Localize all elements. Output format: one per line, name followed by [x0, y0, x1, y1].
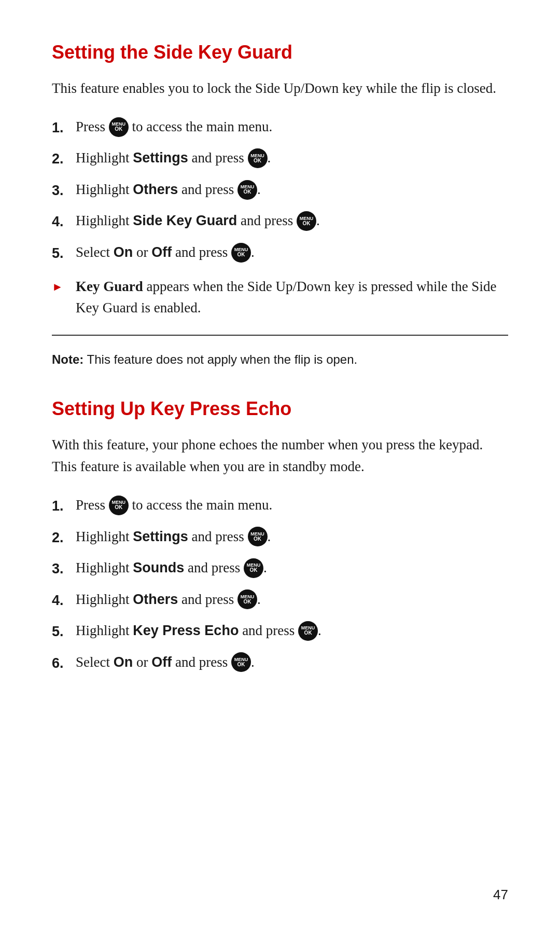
s2-step-4-content: Highlight Others and press MENUOK. — [76, 589, 508, 611]
section2-title: Setting Up Key Press Echo — [52, 398, 508, 420]
s2-step-6-content: Select On or Off and press MENUOK. — [76, 652, 508, 674]
note-text: This feature does not apply when the fli… — [87, 352, 358, 366]
step-2: 2. Highlight Settings and press MENUOK. — [52, 147, 508, 170]
step-4-number: 4. — [52, 210, 76, 232]
step-3-content: Highlight Others and press MENUOK. — [76, 179, 508, 201]
menu-ok-icon-s2-5: MENUOK — [298, 621, 318, 641]
step-2-number: 2. — [52, 147, 76, 170]
menu-ok-icon-1: MENUOK — [109, 117, 129, 137]
menu-ok-icon-2: MENUOK — [248, 148, 268, 168]
s2-step-3-number: 3. — [52, 557, 76, 580]
s2-step-5-number: 5. — [52, 620, 76, 642]
menu-ok-icon-4: MENUOK — [297, 211, 316, 231]
section2-steps: 1. Press MENUOK to access the main menu.… — [52, 495, 508, 674]
menu-ok-icon-s2-1: MENUOK — [109, 496, 129, 515]
section1-title: Setting the Side Key Guard — [52, 42, 508, 63]
step-1-number: 1. — [52, 116, 76, 139]
step-5: 5. Select On or Off and press MENUOK. — [52, 242, 508, 264]
s2-step-6-number: 6. — [52, 652, 76, 674]
section-2: Setting Up Key Press Echo With this feat… — [52, 398, 508, 674]
section1-bullet: ► Key Guard appears when the Side Up/Dow… — [52, 276, 508, 318]
bullet-arrow-icon: ► — [52, 276, 76, 295]
menu-ok-icon-s2-6: MENUOK — [231, 652, 251, 672]
menu-ok-icon-s2-3: MENUOK — [244, 558, 263, 578]
section1-intro: This feature enables you to lock the Sid… — [52, 78, 508, 100]
section2-intro: With this feature, your phone echoes the… — [52, 434, 508, 478]
s2-step-3-content: Highlight Sounds and press MENUOK. — [76, 557, 508, 579]
step-4-content: Highlight Side Key Guard and press MENUO… — [76, 210, 508, 232]
s2-step-4: 4. Highlight Others and press MENUOK. — [52, 589, 508, 611]
s2-step-5: 5. Highlight Key Press Echo and press ME… — [52, 620, 508, 642]
step-3-number: 3. — [52, 179, 76, 201]
step-1: 1. Press MENUOK to access the main menu. — [52, 116, 508, 139]
section1-steps: 1. Press MENUOK to access the main menu.… — [52, 116, 508, 264]
page-number: 47 — [493, 887, 508, 903]
s2-step-3: 3. Highlight Sounds and press MENUOK. — [52, 557, 508, 580]
section-1: Setting the Side Key Guard This feature … — [52, 42, 508, 369]
s2-step-1-content: Press MENUOK to access the main menu. — [76, 495, 508, 516]
menu-ok-icon-3: MENUOK — [237, 180, 257, 200]
bullet-content: Key Guard appears when the Side Up/Down … — [76, 276, 508, 318]
step-3: 3. Highlight Others and press MENUOK. — [52, 179, 508, 201]
step-1-content: Press MENUOK to access the main menu. — [76, 116, 508, 138]
s2-step-2-number: 2. — [52, 526, 76, 548]
section1-note: Note: This feature does not apply when t… — [52, 350, 508, 369]
s2-step-4-number: 4. — [52, 589, 76, 611]
page-container: Setting the Side Key Guard This feature … — [0, 0, 560, 727]
s2-step-1-number: 1. — [52, 495, 76, 517]
s2-step-2: 2. Highlight Settings and press MENUOK. — [52, 526, 508, 548]
step-5-content: Select On or Off and press MENUOK. — [76, 242, 508, 264]
step-5-number: 5. — [52, 242, 76, 264]
section-divider — [52, 335, 508, 336]
step-2-content: Highlight Settings and press MENUOK. — [76, 147, 508, 169]
s2-step-6: 6. Select On or Off and press MENUOK. — [52, 652, 508, 674]
menu-ok-icon-s2-4: MENUOK — [237, 589, 257, 609]
menu-ok-icon-5: MENUOK — [231, 243, 251, 263]
note-label: Note: — [52, 352, 83, 366]
step-4: 4. Highlight Side Key Guard and press ME… — [52, 210, 508, 232]
s2-step-5-content: Highlight Key Press Echo and press MENUO… — [76, 620, 508, 642]
s2-step-2-content: Highlight Settings and press MENUOK. — [76, 526, 508, 548]
s2-step-1: 1. Press MENUOK to access the main menu. — [52, 495, 508, 517]
menu-ok-icon-s2-2: MENUOK — [248, 527, 268, 546]
